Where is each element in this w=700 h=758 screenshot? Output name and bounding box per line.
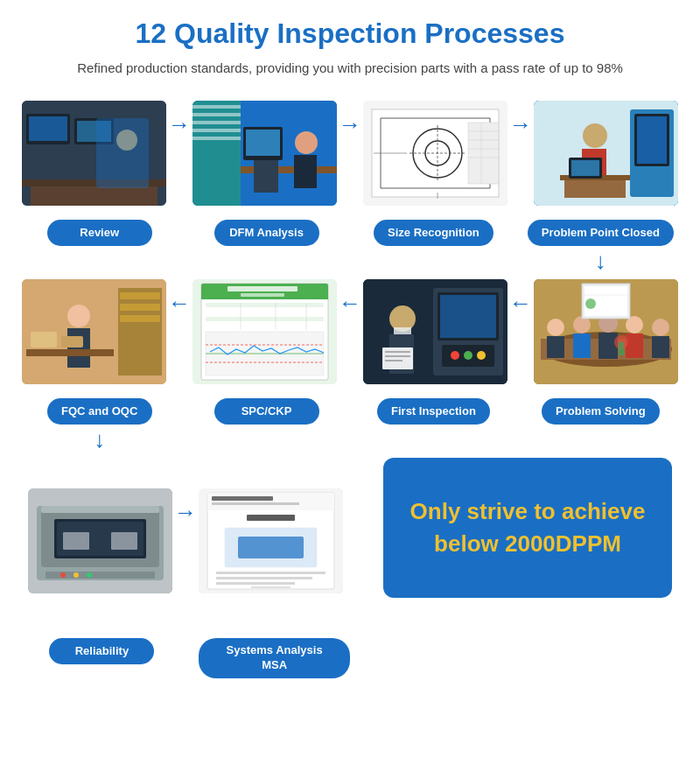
svg-rect-7 xyxy=(22,179,166,186)
row3: → xyxy=(26,458,674,624)
svg-point-46 xyxy=(583,123,607,148)
svg-rect-94 xyxy=(385,360,402,361)
label-size: Size Recognition xyxy=(374,220,494,246)
label-cell-size: Size Recognition xyxy=(360,213,507,246)
row3-labels: Reliability Systems Analysis MSA xyxy=(26,631,674,678)
cell-msa xyxy=(199,488,343,593)
subtitle: Refined production standards, providing … xyxy=(26,59,674,79)
svg-rect-35 xyxy=(468,123,499,184)
svg-point-87 xyxy=(477,351,486,360)
svg-rect-8 xyxy=(31,186,158,206)
svg-rect-20 xyxy=(294,155,317,188)
svg-rect-49 xyxy=(564,180,626,198)
row1-images: → xyxy=(26,101,674,206)
label-cell-spc: SPC/CKP xyxy=(193,391,340,425)
label-reliability: Reliability xyxy=(49,638,154,664)
label-msa: Systems Analysis MSA xyxy=(199,638,350,678)
svg-rect-101 xyxy=(547,336,564,358)
arrow-6: ← xyxy=(508,291,534,314)
svg-rect-13 xyxy=(192,121,241,124)
svg-rect-66 xyxy=(201,297,328,299)
label-cell-solving: Problem Solving xyxy=(528,391,674,425)
svg-point-58 xyxy=(67,305,90,327)
svg-rect-67 xyxy=(228,286,298,291)
svg-point-124 xyxy=(60,572,66,578)
svg-rect-11 xyxy=(192,105,241,109)
img-problem xyxy=(534,101,678,206)
svg-rect-59 xyxy=(67,328,90,368)
label-problem: Problem Point Closed xyxy=(528,220,674,246)
svg-rect-56 xyxy=(120,304,160,311)
img-reliability xyxy=(28,488,172,593)
arrow-1: → xyxy=(166,113,192,136)
svg-rect-92 xyxy=(385,351,410,353)
svg-rect-91 xyxy=(382,347,413,369)
svg-rect-122 xyxy=(111,532,137,550)
svg-rect-121 xyxy=(63,532,89,550)
svg-point-100 xyxy=(547,319,564,336)
svg-rect-139 xyxy=(251,586,290,588)
arrow-4: ← xyxy=(166,291,192,314)
row2-labels: FQC and OQC SPC/CKP First Inspection Pro… xyxy=(26,391,674,425)
svg-rect-45 xyxy=(637,116,667,164)
svg-point-85 xyxy=(451,351,459,360)
row1-labels: Review DFM Analysis Size Recognition Pro… xyxy=(26,213,674,246)
svg-point-5 xyxy=(116,130,137,151)
svg-rect-51 xyxy=(571,160,599,176)
img-msa xyxy=(199,488,343,593)
label-cell-msa: Systems Analysis MSA xyxy=(199,631,350,678)
cell-solving xyxy=(534,279,678,384)
svg-rect-109 xyxy=(652,336,669,358)
arrow-7: → xyxy=(172,501,199,523)
svg-rect-22 xyxy=(246,130,280,156)
svg-rect-15 xyxy=(192,137,241,140)
label-review: Review xyxy=(47,220,152,246)
svg-rect-137 xyxy=(216,577,312,579)
svg-rect-103 xyxy=(573,333,591,358)
svg-rect-105 xyxy=(598,333,618,359)
svg-rect-132 xyxy=(212,502,299,505)
arrow-2: → xyxy=(337,113,363,136)
svg-rect-61 xyxy=(31,332,57,347)
label-dfm: DFM Analysis xyxy=(214,220,319,246)
row2-images: ← xyxy=(26,279,674,384)
svg-rect-89 xyxy=(394,327,411,334)
label-cell-reliability: Reliability xyxy=(26,631,178,678)
svg-rect-68 xyxy=(241,293,284,297)
img-fqc xyxy=(22,279,166,384)
svg-rect-83 xyxy=(440,295,496,338)
svg-point-125 xyxy=(74,572,79,578)
svg-rect-130 xyxy=(207,493,334,510)
cell-spc xyxy=(192,279,337,384)
label-spc: SPC/CKP xyxy=(214,398,319,425)
label-cell-review: Review xyxy=(26,213,172,246)
svg-rect-127 xyxy=(41,506,159,513)
cell-size xyxy=(363,101,508,206)
svg-rect-62 xyxy=(61,336,83,347)
promo-box: Only strive to achieve below 2000DPPM xyxy=(383,458,672,598)
svg-rect-93 xyxy=(385,355,410,357)
img-first xyxy=(363,279,508,384)
cell-review xyxy=(22,101,166,206)
svg-rect-18 xyxy=(254,158,278,193)
svg-point-86 xyxy=(464,351,472,360)
svg-rect-138 xyxy=(216,582,295,585)
cell-dfm xyxy=(192,101,337,206)
label-first: First Inspection xyxy=(377,398,490,425)
svg-rect-54 xyxy=(118,288,162,375)
svg-rect-131 xyxy=(212,496,273,501)
page-title: 12 Quality Inspection Processes xyxy=(26,18,674,50)
svg-rect-4 xyxy=(77,121,111,142)
svg-rect-55 xyxy=(120,292,160,299)
arrow-down-left: ↓ xyxy=(94,428,105,451)
svg-point-126 xyxy=(87,572,92,578)
label-cell-fqc: FQC and OQC xyxy=(26,391,172,425)
svg-rect-60 xyxy=(26,349,114,356)
svg-rect-136 xyxy=(216,572,326,574)
label-solving: Problem Solving xyxy=(542,398,660,425)
arrow-5: ← xyxy=(337,291,363,314)
cell-problem xyxy=(534,101,678,206)
img-solving xyxy=(534,279,678,384)
cell-first xyxy=(363,279,508,384)
arrow-3: → xyxy=(508,113,534,136)
